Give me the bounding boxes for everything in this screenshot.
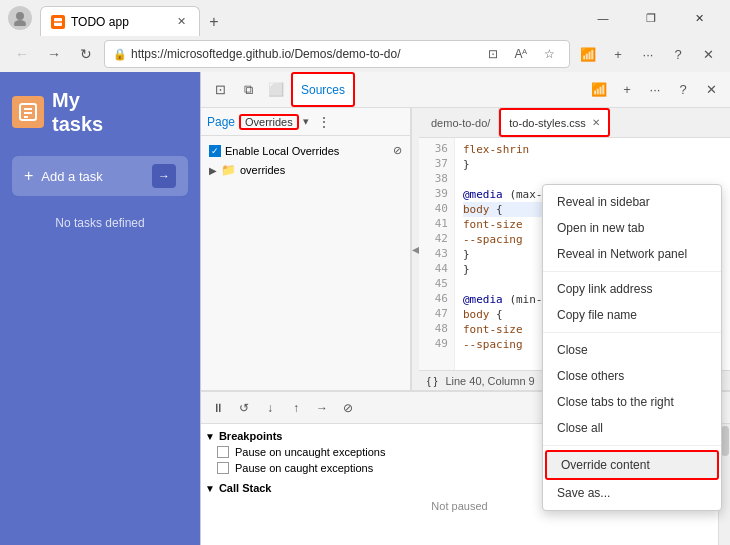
devtools-toolbar: ⊡ ⧉ ⬜ Sources 📶 + ··· ? ✕: [201, 72, 730, 108]
devtools-close-icon[interactable]: ✕: [694, 40, 722, 68]
dt-console-icon[interactable]: ⧉: [235, 77, 261, 103]
ctx-reveal-sidebar[interactable]: Reveal in sidebar: [543, 189, 721, 215]
app-title-text: My tasks: [52, 88, 103, 136]
call-stack-arrow-icon: ▼: [205, 483, 215, 494]
enable-overrides-row: ✓ Enable Local Overrides ⊘: [205, 140, 406, 161]
svg-point-1: [14, 20, 26, 26]
enable-overrides-label: Enable Local Overrides: [225, 145, 339, 157]
devtools-tabs: Sources: [291, 72, 584, 107]
ctx-close-all[interactable]: Close all: [543, 415, 721, 441]
overrides-badge[interactable]: Overrides: [239, 114, 299, 130]
folder-arrow-icon: ▶: [209, 165, 217, 176]
tabs-area: TODO app ✕ +: [40, 0, 572, 36]
browser-tab[interactable]: TODO app ✕: [40, 6, 200, 36]
ctx-copy-link[interactable]: Copy link address: [543, 276, 721, 302]
tab-close-btn[interactable]: ✕: [173, 14, 189, 30]
status-position: Line 40, Column 9: [445, 375, 534, 387]
clear-overrides-icon[interactable]: ⊘: [393, 144, 402, 157]
status-braces-icon: { }: [427, 375, 437, 387]
sources-left-content: ✓ Enable Local Overrides ⊘ ▶ 📁 overrides: [201, 136, 410, 390]
page-tab[interactable]: Page: [207, 115, 235, 129]
add-tab-icon[interactable]: +: [604, 40, 632, 68]
bp-caught-label: Pause on caught exceptions: [235, 462, 373, 474]
editor-tab-css[interactable]: to-do-styles.css ✕: [499, 108, 609, 137]
lock-icon: 🔒: [113, 48, 127, 61]
tab-title: TODO app: [71, 15, 129, 29]
editor-tab-css-close-icon[interactable]: ✕: [592, 117, 600, 128]
add-task-arrow-icon: →: [152, 164, 176, 188]
split-icon[interactable]: ⊡: [481, 42, 505, 66]
maximize-button[interactable]: ❐: [628, 3, 674, 33]
dt-wifi-icon[interactable]: 📶: [586, 77, 612, 103]
help-icon[interactable]: ?: [664, 40, 692, 68]
overrides-tab: Overrides: [239, 114, 299, 130]
wifi-icon[interactable]: 📶: [574, 40, 602, 68]
tab-sources[interactable]: Sources: [291, 72, 355, 107]
dt-network-icon[interactable]: ⬜: [263, 77, 289, 103]
svg-point-0: [16, 12, 24, 20]
ctx-copy-filename[interactable]: Copy file name: [543, 302, 721, 328]
tab-chevron-icon[interactable]: ▾: [303, 115, 309, 128]
app-title: My tasks: [12, 88, 188, 136]
more-icon[interactable]: ···: [634, 40, 662, 68]
resize-handle[interactable]: ◀: [411, 108, 419, 390]
title-bar: TODO app ✕ + — ❐ ✕: [0, 0, 730, 36]
breakpoints-label: Breakpoints: [219, 430, 283, 442]
refresh-button[interactable]: ↻: [72, 40, 100, 68]
editor-tab-demo[interactable]: demo-to-do/: [423, 108, 499, 137]
ctx-close-others[interactable]: Close others: [543, 363, 721, 389]
ctx-override-content[interactable]: Override content: [545, 450, 719, 480]
profile-icon[interactable]: [8, 6, 32, 30]
url-text: https://microsoftedge.github.io/Demos/de…: [131, 47, 477, 61]
deactivate-btn[interactable]: ⊘: [337, 397, 359, 419]
ctx-divider-3: [543, 445, 721, 446]
add-task-label: Add a task: [41, 169, 144, 184]
main-content: My tasks + Add a task → No tasks defined…: [0, 72, 730, 545]
new-tab-button[interactable]: +: [200, 8, 228, 36]
folder-name: overrides: [240, 164, 285, 176]
url-actions: ⊡ Aᴬ ☆: [481, 42, 561, 66]
editor-tab-demo-label: demo-to-do/: [431, 117, 490, 129]
url-bar[interactable]: 🔒 https://microsoftedge.github.io/Demos/…: [104, 40, 570, 68]
tab-more-icon[interactable]: ⋮: [317, 114, 331, 130]
dt-elements-icon[interactable]: ⊡: [207, 77, 233, 103]
step-over-btn[interactable]: ↺: [233, 397, 255, 419]
add-task-plus-icon: +: [24, 167, 33, 185]
browser-frame: TODO app ✕ + — ❐ ✕ ← → ↻ 🔒 https://micro…: [0, 0, 730, 545]
context-menu: Reveal in sidebar Open in new tab Reveal…: [542, 184, 722, 511]
close-button[interactable]: ✕: [676, 3, 722, 33]
dt-more-tabs-icon[interactable]: ···: [642, 77, 668, 103]
ctx-save-as[interactable]: Save as...: [543, 480, 721, 506]
breakpoints-arrow-icon: ▼: [205, 431, 215, 442]
dt-add-tab-icon[interactable]: +: [614, 77, 640, 103]
ctx-divider-1: [543, 271, 721, 272]
enable-overrides-checkbox[interactable]: ✓: [209, 145, 221, 157]
favorites-icon[interactable]: ☆: [537, 42, 561, 66]
ctx-open-new-tab[interactable]: Open in new tab: [543, 215, 721, 241]
tab-favicon: [51, 15, 65, 29]
minimize-button[interactable]: —: [580, 3, 626, 33]
toolbar-right: 📶 + ··· ? ✕: [574, 40, 722, 68]
ctx-divider-2: [543, 332, 721, 333]
editor-tab-css-label: to-do-styles.css: [509, 117, 585, 129]
dt-close-icon[interactable]: ✕: [698, 77, 724, 103]
step-out-btn[interactable]: ↑: [285, 397, 307, 419]
read-mode-icon[interactable]: Aᴬ: [509, 42, 533, 66]
step-into-btn[interactable]: ↓: [259, 397, 281, 419]
bp-caught-checkbox[interactable]: [217, 462, 229, 474]
add-task-button[interactable]: + Add a task →: [12, 156, 188, 196]
overrides-folder[interactable]: ▶ 📁 overrides: [205, 161, 406, 179]
folder-icon: 📁: [221, 163, 236, 177]
step-btn[interactable]: →: [311, 397, 333, 419]
pause-btn[interactable]: ⏸: [207, 397, 229, 419]
bp-uncaught-checkbox[interactable]: [217, 446, 229, 458]
ctx-reveal-network[interactable]: Reveal in Network panel: [543, 241, 721, 267]
dt-help-icon[interactable]: ?: [670, 77, 696, 103]
ctx-close[interactable]: Close: [543, 337, 721, 363]
editor-tabs: demo-to-do/ to-do-styles.css ✕: [419, 108, 730, 138]
ctx-close-right[interactable]: Close tabs to the right: [543, 389, 721, 415]
bp-uncaught-label: Pause on uncaught exceptions: [235, 446, 385, 458]
back-button[interactable]: ←: [8, 40, 36, 68]
forward-button[interactable]: →: [40, 40, 68, 68]
window-controls: — ❐ ✕: [580, 3, 722, 33]
